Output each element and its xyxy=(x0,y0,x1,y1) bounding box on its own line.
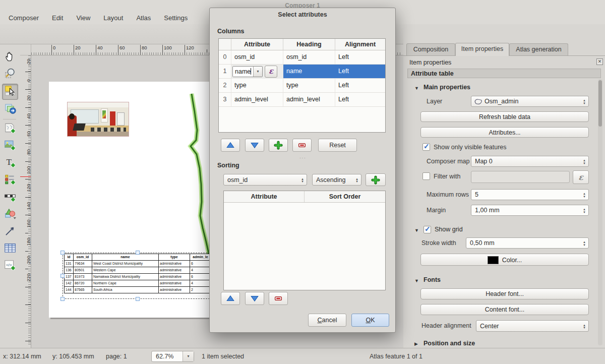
maximum-rows-spinbox[interactable]: 5▴▾ xyxy=(471,189,589,200)
spin-arrows-icon: ▴▾ xyxy=(580,323,588,329)
add-basic-shape-icon xyxy=(4,207,17,222)
photo-floor xyxy=(68,132,129,137)
selection-handle[interactable] xyxy=(60,274,65,278)
ruler-label: 120 xyxy=(26,180,31,196)
attribute-edit-combo[interactable]: name▾ xyxy=(232,66,263,77)
menu-layout[interactable]: Layout xyxy=(97,12,130,24)
picture-item[interactable] xyxy=(67,102,129,137)
cell-heading: osm_id xyxy=(283,50,335,64)
move-item-content-button[interactable] xyxy=(2,101,18,117)
show-only-visible-checkbox[interactable] xyxy=(422,143,430,151)
ruler-label: 20 xyxy=(26,91,31,106)
margin-spinbox[interactable]: 1,00 mm▴▾ xyxy=(471,205,589,216)
columns-row-name[interactable]: 1name▾εnameLeft xyxy=(219,65,385,79)
stroke-width-spinbox[interactable]: 0,50 mm▴▾ xyxy=(466,237,589,249)
menu-edit[interactable]: Edit xyxy=(45,12,70,24)
menu-view[interactable]: View xyxy=(70,12,97,24)
composer-map-label: Composer map xyxy=(427,158,469,165)
columns-row-osm_id[interactable]: 0osm_idosm_idLeft xyxy=(219,50,385,65)
panel-close-icon[interactable]: ✕ xyxy=(596,58,603,65)
move-column-down-button[interactable] xyxy=(245,139,264,152)
composer-map-combo[interactable]: Map 0▴▾ xyxy=(471,156,589,167)
menu-settings[interactable]: Settings xyxy=(157,12,194,24)
add-image-button[interactable] xyxy=(2,138,18,154)
ruler-label: 0 xyxy=(51,45,55,55)
add-html-button[interactable]: </> xyxy=(2,258,18,274)
expand-arrow-icon[interactable]: ▶ xyxy=(414,341,418,346)
filter-with-checkbox[interactable] xyxy=(422,172,430,180)
filter-expression-button[interactable]: ε xyxy=(573,170,589,184)
selection-handle[interactable] xyxy=(60,251,65,255)
splitter-handle[interactable]: ∙∙∙ xyxy=(299,155,307,160)
move-sort-up-button[interactable] xyxy=(221,292,240,305)
svg-text:T: T xyxy=(6,157,12,167)
attribute-edit-input[interactable]: name xyxy=(233,67,253,77)
add-sort-button[interactable] xyxy=(366,173,386,186)
selection-status: 1 item selected xyxy=(202,353,244,360)
add-basic-shape-button[interactable] xyxy=(2,207,18,223)
grid-color-button[interactable]: Color... xyxy=(420,254,589,266)
remove-column-button[interactable] xyxy=(292,139,312,152)
header-alignment-combo[interactable]: Center▴▾ xyxy=(476,320,589,332)
add-new-legend-icon xyxy=(4,173,17,188)
select-move-item-button[interactable] xyxy=(2,84,18,100)
columns-row-admin_level[interactable]: 3admin_leveladmin_levelLeft xyxy=(219,93,385,107)
chevron-down-icon[interactable]: ▾ xyxy=(253,67,262,77)
add-new-scalebar-button[interactable] xyxy=(2,190,18,206)
zoom-level-combo[interactable]: 62.7%▾ xyxy=(151,351,194,362)
sorting-table-header: AttributeSort Order xyxy=(224,191,385,203)
panel-scrollbar[interactable] xyxy=(598,79,602,345)
tab-composition[interactable]: Composition xyxy=(406,43,455,55)
menu-composer[interactable]: Composer xyxy=(2,12,45,24)
cancel-button[interactable]: Cancel xyxy=(308,314,346,327)
spin-arrows-icon: ▴▾ xyxy=(580,192,588,198)
attribute-table-item[interactable]: idosm_idnametypeadmin_le 13179634West Co… xyxy=(64,254,212,298)
move-column-up-button[interactable] xyxy=(221,139,240,152)
tab-item-properties[interactable]: Item properties xyxy=(455,43,509,56)
content-font-button[interactable]: Content font... xyxy=(420,304,589,315)
attributes-button[interactable]: Attributes... xyxy=(420,127,589,138)
layer-combo[interactable]: Osm_admin▴▾ xyxy=(471,96,589,107)
ruler-label: 220 xyxy=(26,270,31,285)
zoom-button[interactable] xyxy=(2,67,18,83)
collapse-arrow-icon[interactable]: ▼ xyxy=(414,278,419,283)
tab-atlas-generation[interactable]: Atlas generation xyxy=(509,43,568,55)
selection-handle[interactable] xyxy=(60,297,65,301)
show-grid-checkbox[interactable] xyxy=(424,226,431,233)
cell-alignment: Left xyxy=(335,65,385,78)
refresh-table-data-button[interactable]: Refresh table data xyxy=(420,111,589,122)
ruler-label: 160 xyxy=(26,216,31,231)
filter-expression-input[interactable] xyxy=(471,171,570,183)
add-new-map-button[interactable] xyxy=(2,121,18,137)
pan-button[interactable] xyxy=(2,49,18,66)
ruler-label: 120 xyxy=(185,45,194,55)
reset-button[interactable]: Reset xyxy=(318,139,357,152)
add-new-label-button[interactable]: T xyxy=(2,155,18,171)
columns-table-header: AttributeHeadingAlignment xyxy=(219,39,385,50)
columns-row-type[interactable]: 2typetypeLeft xyxy=(219,79,385,93)
stroke-width-label: Stroke width xyxy=(421,239,456,247)
sort-attribute-combo[interactable]: osm_id▴▾ xyxy=(223,174,307,186)
expression-button[interactable]: ε xyxy=(265,66,277,78)
sorting-header-attribute: Attribute xyxy=(224,191,305,202)
sort-order-combo[interactable]: Ascending▴▾ xyxy=(312,174,361,186)
add-new-legend-button[interactable] xyxy=(2,172,18,189)
add-column-button[interactable] xyxy=(269,139,288,152)
menu-atlas[interactable]: Atlas xyxy=(130,12,157,24)
cell-heading: type xyxy=(283,79,335,92)
ok-button[interactable]: OK xyxy=(351,314,389,327)
spin-arrows-icon: ▴▾ xyxy=(580,207,588,213)
move-sort-down-button[interactable] xyxy=(245,292,264,305)
header-font-button[interactable]: Header font... xyxy=(420,288,589,299)
selection-handle[interactable] xyxy=(136,297,140,301)
remove-sort-button[interactable] xyxy=(269,292,288,305)
add-attribute-table-button[interactable] xyxy=(2,241,18,257)
columns-header-alignment: Alignment xyxy=(335,39,385,50)
add-arrow-button[interactable] xyxy=(2,224,18,240)
collapse-arrow-icon[interactable]: ▼ xyxy=(414,228,419,233)
selection-handle[interactable] xyxy=(136,251,140,255)
dialog-title: Select attributes xyxy=(210,11,395,18)
select-attributes-dialog: Select attributes Columns AttributeHeadi… xyxy=(209,8,396,333)
collapse-arrow-icon[interactable]: ▼ xyxy=(414,86,419,91)
panel-scrollbar-thumb[interactable] xyxy=(598,80,602,127)
